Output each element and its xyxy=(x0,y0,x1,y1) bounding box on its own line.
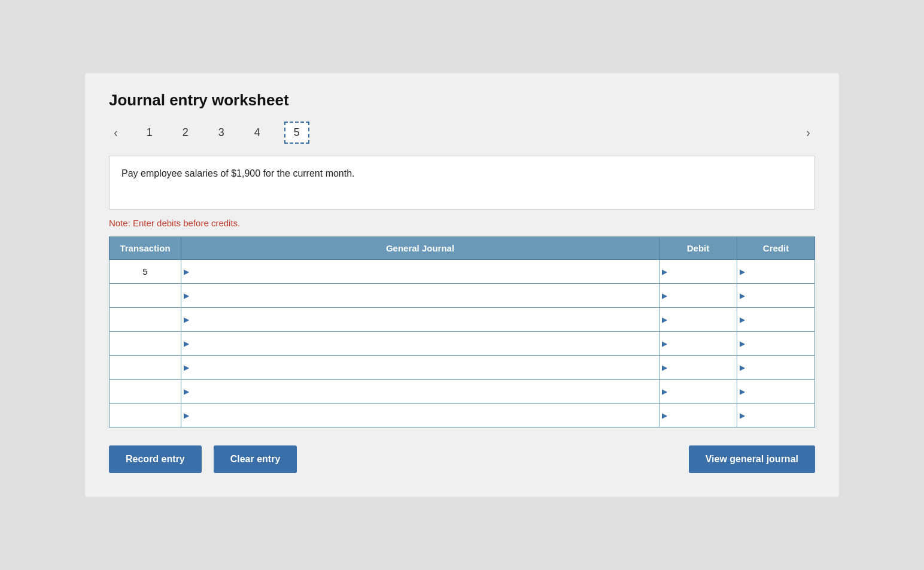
transaction-cell xyxy=(110,356,181,380)
nav-item-3[interactable]: 3 xyxy=(212,123,230,142)
journal-cell[interactable]: ▶ xyxy=(181,284,659,308)
credit-input[interactable] xyxy=(737,260,814,283)
note-text: Note: Enter debits before credits. xyxy=(109,218,815,228)
journal-cell[interactable]: ▶ xyxy=(181,308,659,332)
debit-cell[interactable]: ▶ xyxy=(659,380,737,404)
table-row: ▶▶▶ xyxy=(110,404,815,428)
prev-arrow[interactable]: ‹ xyxy=(109,123,123,142)
credit-cell[interactable]: ▶ xyxy=(737,284,815,308)
main-container: Journal entry worksheet ‹ 1 2 3 4 5 › Pa… xyxy=(85,73,839,497)
table-row: ▶▶▶ xyxy=(110,380,815,404)
credit-cell[interactable]: ▶ xyxy=(737,356,815,380)
next-arrow[interactable]: › xyxy=(801,123,815,142)
debit-cell[interactable]: ▶ xyxy=(659,332,737,356)
nav-row: ‹ 1 2 3 4 5 › xyxy=(109,122,815,144)
table-row: ▶▶▶ xyxy=(110,308,815,332)
clear-entry-button[interactable]: Clear entry xyxy=(214,445,297,473)
journal-input[interactable] xyxy=(181,332,659,355)
debit-input[interactable] xyxy=(659,284,737,307)
col-credit: Credit xyxy=(737,237,815,260)
nav-item-5[interactable]: 5 xyxy=(284,122,309,144)
journal-cell[interactable]: ▶ xyxy=(181,332,659,356)
debit-input[interactable] xyxy=(659,380,737,403)
journal-cell[interactable]: ▶ xyxy=(181,380,659,404)
transaction-cell xyxy=(110,380,181,404)
nav-item-4[interactable]: 4 xyxy=(248,123,266,142)
debit-cell[interactable]: ▶ xyxy=(659,356,737,380)
nav-item-2[interactable]: 2 xyxy=(177,123,194,142)
debit-input[interactable] xyxy=(659,356,737,379)
journal-input[interactable] xyxy=(181,404,659,427)
debit-cell[interactable]: ▶ xyxy=(659,260,737,284)
col-debit: Debit xyxy=(659,237,737,260)
credit-cell[interactable]: ▶ xyxy=(737,332,815,356)
debit-cell[interactable]: ▶ xyxy=(659,404,737,428)
credit-cell[interactable]: ▶ xyxy=(737,380,815,404)
credit-cell[interactable]: ▶ xyxy=(737,260,815,284)
transaction-cell xyxy=(110,284,181,308)
journal-input[interactable] xyxy=(181,284,659,307)
credit-input[interactable] xyxy=(737,404,814,427)
credit-input[interactable] xyxy=(737,284,814,307)
credit-input[interactable] xyxy=(737,380,814,403)
journal-input[interactable] xyxy=(181,260,659,283)
nav-item-1[interactable]: 1 xyxy=(141,123,159,142)
transaction-cell xyxy=(110,308,181,332)
credit-input[interactable] xyxy=(737,332,814,355)
table-row: ▶▶▶ xyxy=(110,332,815,356)
journal-cell[interactable]: ▶ xyxy=(181,404,659,428)
transaction-cell xyxy=(110,332,181,356)
debit-input[interactable] xyxy=(659,308,737,331)
description-box: Pay employee salaries of $1,900 for the … xyxy=(109,156,815,210)
button-row: Record entry Clear entry View general jo… xyxy=(109,445,815,473)
view-general-journal-button[interactable]: View general journal xyxy=(689,445,815,473)
col-general-journal: General Journal xyxy=(181,237,659,260)
journal-cell[interactable]: ▶ xyxy=(181,356,659,380)
journal-table: Transaction General Journal Debit Credit… xyxy=(109,237,815,428)
credit-input[interactable] xyxy=(737,308,814,331)
transaction-cell xyxy=(110,404,181,428)
journal-input[interactable] xyxy=(181,308,659,331)
credit-cell[interactable]: ▶ xyxy=(737,404,815,428)
debit-input[interactable] xyxy=(659,404,737,427)
col-transaction: Transaction xyxy=(110,237,181,260)
debit-input[interactable] xyxy=(659,260,737,283)
debit-cell[interactable]: ▶ xyxy=(659,308,737,332)
credit-input[interactable] xyxy=(737,356,814,379)
journal-input[interactable] xyxy=(181,356,659,379)
record-entry-button[interactable]: Record entry xyxy=(109,445,202,473)
page-title: Journal entry worksheet xyxy=(109,91,815,110)
table-row: 5▶▶▶ xyxy=(110,260,815,284)
debit-input[interactable] xyxy=(659,332,737,355)
table-row: ▶▶▶ xyxy=(110,356,815,380)
table-row: ▶▶▶ xyxy=(110,284,815,308)
credit-cell[interactable]: ▶ xyxy=(737,308,815,332)
transaction-cell: 5 xyxy=(110,260,181,284)
journal-input[interactable] xyxy=(181,380,659,403)
debit-cell[interactable]: ▶ xyxy=(659,284,737,308)
journal-cell[interactable]: ▶ xyxy=(181,260,659,284)
